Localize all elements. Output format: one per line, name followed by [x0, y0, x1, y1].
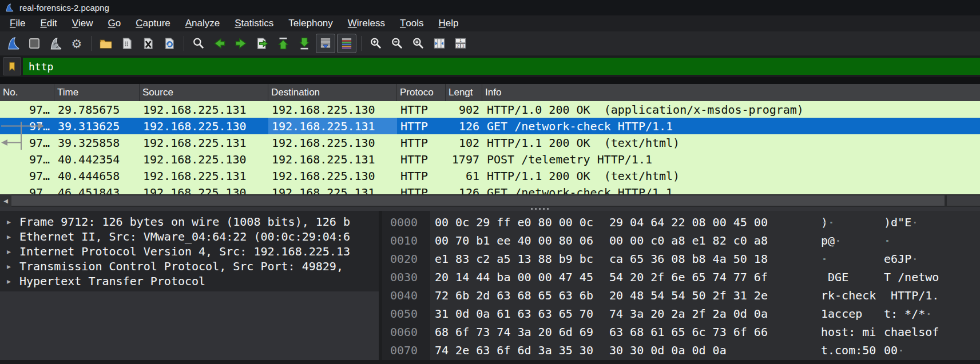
- expand-arrow-icon[interactable]: ▸: [7, 214, 11, 229]
- packet-details-rows: ▸Frame 9712: 126 bytes on wire (1008 bit…: [0, 211, 379, 291]
- packet-row[interactable]: 97…40.444658192.168.225.131192.168.225.1…: [0, 167, 980, 184]
- zoom-out-icon: [390, 36, 404, 51]
- packet-row[interactable]: 97…39.313625192.168.225.130192.168.225.1…: [0, 118, 980, 134]
- packet-cell-destination: 192.168.225.131: [268, 118, 397, 134]
- hex-ascii-group1: ·D···GE: [821, 268, 848, 286]
- h-scrollbar-track[interactable]: [947, 195, 980, 206]
- restart-capture-button[interactable]: [46, 34, 65, 53]
- hex-row[interactable]: 000000 0c 29 ff e0 80 00 0c29 04 64 22 0…: [382, 213, 980, 231]
- menu-tools[interactable]: Tools: [392, 15, 431, 31]
- packet-cell-time: 39.313625: [54, 118, 140, 134]
- hex-offset: 0050: [390, 305, 418, 323]
- packet-detail-row[interactable]: ▸Hypertext Transfer Protocol: [0, 274, 379, 289]
- hex-row[interactable]: 007074 2e 63 6f 6d 3a 35 3030 30 0d 0a 0…: [382, 341, 980, 359]
- close-file-button[interactable]: [138, 34, 158, 53]
- resize-columns-button[interactable]: [430, 34, 449, 53]
- menu-statistics[interactable]: Statistics: [227, 15, 281, 31]
- hex-row[interactable]: 003020 14 44 ba 00 00 47 4554 20 2f 6e 6…: [382, 268, 980, 286]
- packet-cell-destination: 192.168.225.130: [268, 167, 397, 184]
- hex-ascii-group2: T /netwo: [884, 268, 939, 286]
- packet-detail-row[interactable]: ▸Internet Protocol Version 4, Src: 192.1…: [0, 244, 379, 259]
- h-scrollbar: ◀: [0, 194, 980, 207]
- expand-arrow-icon[interactable]: ▸: [7, 229, 11, 244]
- packet-cell-length: 61: [446, 167, 482, 184]
- start-capture-button[interactable]: [3, 34, 23, 53]
- auto-scroll-button[interactable]: [316, 34, 335, 53]
- packet-cell-no: 97…: [0, 134, 54, 151]
- packet-row[interactable]: 97…46.451843192.168.225.130192.168.225.1…: [0, 184, 980, 194]
- menu-bar: FileEditViewGoCaptureAnalyzeStatisticsTe…: [0, 15, 980, 32]
- go-to-packet-button[interactable]: [252, 34, 272, 53]
- auto-scroll-icon: [318, 36, 333, 51]
- hex-ascii-group2: HTTP/1.: [884, 286, 939, 305]
- packet-details-pane: ▸Frame 9712: 126 bytes on wire (1008 bit…: [0, 211, 379, 360]
- column-header-info[interactable]: Info: [482, 84, 980, 101]
- menu-go[interactable]: Go: [101, 15, 129, 31]
- zoom-reset-button[interactable]: [408, 34, 428, 53]
- packet-detail-row[interactable]: ▸Ethernet II, Src: VMware_04:64:22 (00:0…: [0, 229, 379, 244]
- column-header-protocol[interactable]: Protoco: [397, 84, 446, 101]
- go-forward-button[interactable]: [231, 34, 251, 53]
- zoom-in-button[interactable]: [366, 34, 386, 53]
- display-filter-input[interactable]: [23, 58, 980, 75]
- packet-detail-text: Transmission Control Protocol, Src Port:…: [19, 259, 343, 273]
- find-packet-button[interactable]: [189, 34, 208, 53]
- splitter-dots-icon: [531, 208, 549, 210]
- packet-row[interactable]: 97…29.785675192.168.225.131192.168.225.1…: [0, 101, 980, 118]
- hex-bytes-group1: 74 2e 63 6f 6d 3a 35 30: [435, 341, 593, 359]
- hex-bytes-group2: ca 65 36 08 b8 4a 50 18: [609, 250, 768, 268]
- go-to-top-button[interactable]: [273, 34, 293, 53]
- go-to-bottom-button[interactable]: [295, 34, 314, 53]
- hex-row[interactable]: 006068 6f 73 74 3a 20 6d 6963 68 61 65 6…: [382, 323, 980, 341]
- menu-help[interactable]: Help: [431, 15, 466, 31]
- scroll-left-button[interactable]: ◀: [0, 194, 11, 207]
- reload-file-button[interactable]: [160, 34, 179, 53]
- packet-cell-length: 126: [446, 118, 482, 134]
- packet-detail-row[interactable]: ▸Transmission Control Protocol, Src Port…: [0, 259, 379, 274]
- hex-offset: 0030: [390, 268, 418, 286]
- packet-row[interactable]: 97…40.442354192.168.225.130192.168.225.1…: [0, 151, 980, 167]
- column-header-destination[interactable]: Destination: [268, 84, 397, 101]
- h-scrollbar-thumb[interactable]: [11, 195, 945, 206]
- save-file-button[interactable]: [117, 34, 137, 53]
- menu-telephony[interactable]: Telephony: [281, 15, 340, 31]
- expand-arrow-icon[interactable]: ▸: [7, 244, 11, 259]
- column-header-length[interactable]: Lengt: [446, 84, 482, 101]
- hex-row[interactable]: 005031 0d 0a 61 63 63 65 7074 3a 20 2a 2…: [382, 305, 980, 323]
- menu-file[interactable]: File: [2, 15, 33, 31]
- packet-cell-source: 192.168.225.130: [140, 151, 268, 167]
- menu-edit[interactable]: Edit: [33, 15, 64, 31]
- packet-cell-info: HTTP/1.1 200 OK (text/html): [482, 134, 980, 151]
- hex-row[interactable]: 0020e1 83 c2 a5 13 88 b9 bcca 65 36 08 b…: [382, 250, 980, 268]
- header-gap: [0, 77, 980, 84]
- colorize-button[interactable]: [337, 34, 356, 53]
- menu-view[interactable]: View: [65, 15, 101, 31]
- go-back-button[interactable]: [210, 34, 229, 53]
- menu-analyze[interactable]: Analyze: [178, 15, 227, 31]
- layout-button[interactable]: 123: [451, 34, 470, 53]
- expand-arrow-icon[interactable]: ▸: [7, 259, 11, 274]
- main-toolbar: ⚙123: [0, 31, 980, 56]
- packet-detail-row[interactable]: ▸Frame 9712: 126 bytes on wire (1008 bit…: [0, 214, 379, 229]
- packet-cell-protocol: HTTP: [397, 167, 446, 184]
- capture-options-button[interactable]: ⚙: [67, 34, 86, 53]
- expand-arrow-icon[interactable]: ▸: [7, 274, 11, 289]
- open-file-button[interactable]: [96, 34, 116, 53]
- stop-capture-button[interactable]: [25, 34, 44, 53]
- column-header-source[interactable]: Source: [140, 84, 268, 101]
- menu-wireless[interactable]: Wireless: [340, 15, 392, 31]
- hex-row[interactable]: 001000 70 b1 ee 40 00 80 0600 00 c0 a8 e…: [382, 231, 980, 250]
- column-header-no[interactable]: No.: [0, 84, 54, 101]
- toolbar-separator: [184, 36, 184, 51]
- zoom-in-icon: [368, 36, 383, 51]
- packet-cell-source: 192.168.225.131: [140, 167, 268, 184]
- splitter-handle[interactable]: [0, 207, 980, 211]
- filter-bookmark-button[interactable]: [3, 57, 21, 75]
- menu-capture[interactable]: Capture: [128, 15, 177, 31]
- go-to-bottom-icon: [297, 36, 312, 51]
- packet-row[interactable]: 97…39.325858192.168.225.131192.168.225.1…: [0, 134, 980, 151]
- packet-cell-no: 97…: [0, 184, 54, 194]
- hex-row[interactable]: 004072 6b 2d 63 68 65 63 6b20 48 54 54 5…: [382, 286, 980, 305]
- zoom-out-button[interactable]: [387, 34, 407, 53]
- column-header-time[interactable]: Time: [54, 84, 140, 101]
